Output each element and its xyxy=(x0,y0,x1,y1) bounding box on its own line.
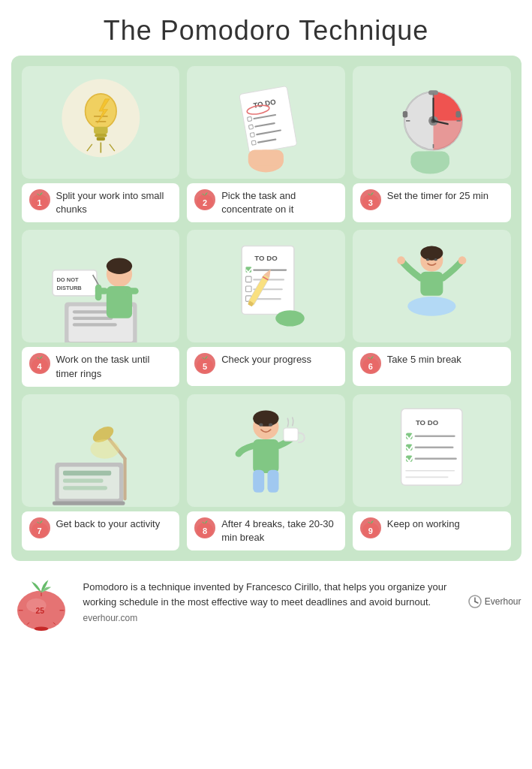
svg-point-76 xyxy=(275,311,305,327)
svg-rect-37 xyxy=(403,111,407,118)
illus-8 xyxy=(187,394,345,507)
footer-tomato-icon: 25 xyxy=(11,571,71,632)
svg-rect-38 xyxy=(455,111,460,118)
svg-rect-95 xyxy=(62,471,110,475)
svg-rect-50 xyxy=(53,270,97,296)
step-number-5: 5 xyxy=(203,362,207,371)
illus-4: DO NOT DISTURB xyxy=(22,230,180,342)
svg-rect-2 xyxy=(94,127,107,134)
step-number-6: 6 xyxy=(368,362,373,371)
label-4: 4 Work on the task until timer rings xyxy=(22,347,180,386)
step-label-4: Work on the task until timer rings xyxy=(56,353,173,380)
svg-rect-4 xyxy=(96,137,105,141)
step-number-1: 1 xyxy=(37,198,41,207)
svg-rect-57 xyxy=(125,288,138,295)
svg-text:DISTURB: DISTURB xyxy=(56,285,82,292)
svg-point-92 xyxy=(90,439,119,459)
svg-text:25: 25 xyxy=(35,608,44,616)
footer-url: everhour.com xyxy=(83,613,456,623)
step-label-8: After 4 breaks, take 20-30 min break xyxy=(221,517,338,544)
svg-text:TO DO: TO DO xyxy=(255,254,278,262)
svg-rect-105 xyxy=(253,469,264,492)
svg-point-86 xyxy=(434,258,437,261)
svg-rect-103 xyxy=(253,439,278,473)
step-badge-3: 3 xyxy=(360,189,381,210)
label-7: 7 Get back to your activity xyxy=(22,511,180,550)
svg-point-54 xyxy=(106,258,131,274)
cell-6: 6 Take 5 min break xyxy=(353,230,511,386)
svg-point-80 xyxy=(420,246,443,261)
step-badge-5: 5 xyxy=(194,353,215,374)
svg-point-102 xyxy=(253,410,278,426)
step-label-7: Get back to your activity xyxy=(56,517,161,531)
footer-brand: Everhour xyxy=(468,595,521,608)
svg-rect-58 xyxy=(95,285,101,300)
page-title: The Pomodoro Technique xyxy=(104,0,429,56)
step-label-2: Pick the task and concentrate on it xyxy=(221,189,338,216)
grid-row-1: 1 Split your work into small chunks TO D… xyxy=(22,66,511,222)
grid-row-3: 7 Get back to your activity xyxy=(22,394,511,550)
cell-5: TO DO xyxy=(187,230,345,386)
step-label-6: Take 5 min break xyxy=(387,353,461,366)
svg-point-85 xyxy=(426,258,429,261)
svg-rect-97 xyxy=(62,486,107,490)
step-label-9: Keep on working xyxy=(387,517,460,531)
main-grid: 1 Split your work into small chunks TO D… xyxy=(11,56,521,561)
cell-7: 7 Get back to your activity xyxy=(22,394,180,550)
illus-6 xyxy=(353,230,511,342)
step-label-5: Check your progress xyxy=(221,353,311,366)
cell-9: TO DO xyxy=(353,394,511,550)
svg-point-107 xyxy=(259,423,263,426)
svg-rect-104 xyxy=(284,428,298,441)
step-badge-9: 9 xyxy=(360,517,381,538)
step-number-2: 2 xyxy=(203,198,207,207)
label-8: 8 After 4 breaks, take 20-30 min break xyxy=(187,511,345,550)
step-badge-6: 6 xyxy=(360,353,381,374)
svg-rect-98 xyxy=(53,501,125,505)
svg-rect-81 xyxy=(420,272,443,296)
svg-rect-49 xyxy=(72,324,116,327)
illus-1 xyxy=(22,66,180,179)
svg-text:DO NOT: DO NOT xyxy=(56,276,79,283)
step-number-9: 9 xyxy=(368,526,373,535)
cell-8: 8 After 4 breaks, take 20-30 min break xyxy=(187,394,345,550)
step-badge-1: 1 xyxy=(29,189,50,210)
step-label-1: Split your work into small chunks xyxy=(56,189,173,216)
step-number-3: 3 xyxy=(368,198,373,207)
footer-text-block: Pomodoro is a technique invented by Fran… xyxy=(83,580,456,623)
step-badge-2: 2 xyxy=(194,189,215,210)
everhour-logo-icon xyxy=(468,595,482,608)
label-2: 2 Pick the task and concentrate on it xyxy=(187,183,345,222)
step-number-8: 8 xyxy=(203,526,207,535)
step-number-4: 4 xyxy=(37,362,41,371)
svg-line-135 xyxy=(475,602,478,603)
footer-description: Pomodoro is a technique invented by Fran… xyxy=(83,580,456,610)
svg-text:TO DO: TO DO xyxy=(416,418,439,426)
svg-rect-96 xyxy=(62,478,103,482)
step-badge-7: 7 xyxy=(29,517,50,538)
illus-5: TO DO xyxy=(187,230,345,342)
cell-2: TO DO xyxy=(187,66,345,222)
svg-point-84 xyxy=(458,257,467,265)
svg-rect-29 xyxy=(410,152,449,170)
footer-brand-label: Everhour xyxy=(485,596,521,607)
svg-point-108 xyxy=(269,423,272,426)
cell-3: 3 Set the timer for 25 min xyxy=(353,66,511,222)
svg-point-83 xyxy=(397,257,405,265)
illus-9: TO DO xyxy=(353,394,511,507)
cell-1: 1 Split your work into small chunks xyxy=(22,66,180,222)
svg-rect-3 xyxy=(95,134,107,137)
step-label-3: Set the timer for 25 min xyxy=(387,189,488,203)
label-1: 1 Split your work into small chunks xyxy=(22,183,180,222)
label-6: 6 Take 5 min break xyxy=(353,347,511,386)
step-badge-8: 8 xyxy=(194,517,215,538)
svg-rect-48 xyxy=(72,317,113,320)
cell-4: DO NOT DISTURB xyxy=(22,230,180,386)
illus-2: TO DO xyxy=(187,66,345,179)
label-3: 3 Set the timer for 25 min xyxy=(353,183,511,222)
footer: 25 Pomodoro is a technique invented by F… xyxy=(11,561,521,639)
grid-row-2: DO NOT DISTURB xyxy=(22,230,511,386)
svg-rect-25 xyxy=(248,149,284,165)
svg-point-132 xyxy=(34,627,48,632)
label-5: 5 Check your progress xyxy=(187,347,345,386)
